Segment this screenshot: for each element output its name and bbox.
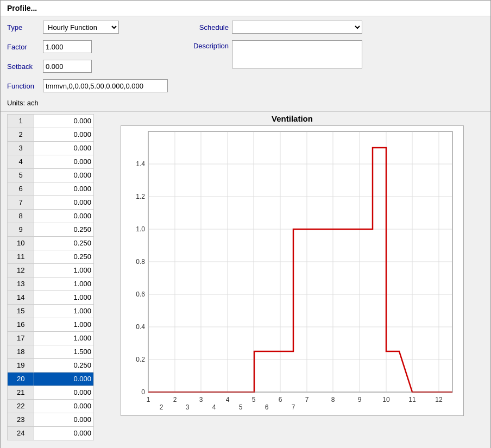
table-row[interactable]: 171.000 xyxy=(8,332,94,345)
svg-text:10: 10 xyxy=(382,396,390,403)
content-area: 10.00020.00030.00040.00050.00060.00070.0… xyxy=(1,114,490,447)
hour-value: 0.000 xyxy=(34,196,94,210)
svg-text:1.4: 1.4 xyxy=(136,160,145,168)
hour-value: 1.500 xyxy=(34,345,94,359)
hour-number: 22 xyxy=(8,400,34,413)
table-row[interactable]: 60.000 xyxy=(8,182,94,196)
function-input[interactable] xyxy=(43,79,168,92)
table-row[interactable]: 161.000 xyxy=(8,318,94,332)
table-row[interactable]: 220.000 xyxy=(8,400,94,413)
setback-label: Setback xyxy=(7,62,40,71)
ventilation-chart: 0 0.2 0.4 0.6 0.8 xyxy=(121,126,463,414)
hour-number: 16 xyxy=(8,318,34,332)
setback-row: Setback xyxy=(7,60,168,73)
table-row[interactable]: 20.000 xyxy=(8,128,94,142)
table-row[interactable]: 70.000 xyxy=(8,196,94,210)
table-row[interactable]: 181.500 xyxy=(8,345,94,359)
svg-text:1.2: 1.2 xyxy=(136,193,145,200)
table-row[interactable]: 151.000 xyxy=(8,305,94,318)
table-row[interactable]: 80.000 xyxy=(8,210,94,223)
table-row[interactable]: 30.000 xyxy=(8,142,94,155)
chart-title: Ventilation xyxy=(272,114,313,123)
hour-value: 0.000 xyxy=(34,386,94,400)
svg-text:4: 4 xyxy=(212,403,216,411)
main-window: Profile... Type Hourly Function Schedule… xyxy=(0,0,491,448)
hour-table: 10.00020.00030.00040.00050.00060.00070.0… xyxy=(7,114,94,440)
hour-number: 11 xyxy=(8,250,34,264)
svg-text:3: 3 xyxy=(199,396,203,403)
title-bar: Profile... xyxy=(1,1,490,16)
chart-area: Ventilation 0 0.2 xyxy=(100,114,484,440)
table-row[interactable]: 40.000 xyxy=(8,155,94,169)
hour-value: 0.000 xyxy=(34,427,94,440)
hour-number: 12 xyxy=(8,264,34,277)
factor-input[interactable] xyxy=(43,40,92,53)
svg-text:2: 2 xyxy=(173,396,177,403)
hour-value: 0.000 xyxy=(34,128,94,142)
schedule-row: Schedule xyxy=(185,21,362,34)
table-row[interactable]: 200.000 xyxy=(8,373,94,386)
table-row[interactable]: 210.000 xyxy=(8,386,94,400)
hour-value: 0.250 xyxy=(34,223,94,237)
factor-row: Factor xyxy=(7,40,168,53)
schedule-desc-section: Schedule Description xyxy=(185,21,362,72)
type-select[interactable]: Hourly Function Schedule Constant xyxy=(43,21,119,34)
hour-number: 10 xyxy=(8,237,34,250)
table-row[interactable]: 110.250 xyxy=(8,250,94,264)
svg-text:6: 6 xyxy=(265,403,269,411)
hour-value: 0.000 xyxy=(34,400,94,413)
table-row[interactable]: 90.250 xyxy=(8,223,94,237)
setback-input[interactable] xyxy=(43,60,92,73)
table-row[interactable]: 50.000 xyxy=(8,169,94,182)
svg-text:0.2: 0.2 xyxy=(136,356,145,363)
table-row[interactable]: 240.000 xyxy=(8,427,94,440)
hour-number: 7 xyxy=(8,196,34,210)
description-input[interactable] xyxy=(232,40,362,68)
svg-text:1: 1 xyxy=(147,396,150,403)
hour-value: 0.000 xyxy=(34,115,94,128)
hour-value: 0.000 xyxy=(34,169,94,182)
type-row: Type Hourly Function Schedule Constant xyxy=(7,21,168,34)
type-section: Type Hourly Function Schedule Constant F… xyxy=(7,21,168,96)
hour-number: 5 xyxy=(8,169,34,182)
hour-number: 15 xyxy=(8,305,34,318)
hour-value: 0.000 xyxy=(34,210,94,223)
hour-number: 3 xyxy=(8,142,34,155)
table-row[interactable]: 141.000 xyxy=(8,291,94,305)
hour-value: 0.000 xyxy=(34,373,94,386)
svg-text:3: 3 xyxy=(186,403,190,411)
table-row[interactable]: 190.250 xyxy=(8,359,94,373)
hour-value: 0.000 xyxy=(34,182,94,196)
table-row[interactable]: 131.000 xyxy=(8,277,94,291)
hour-value: 1.000 xyxy=(34,332,94,345)
svg-text:0.4: 0.4 xyxy=(136,323,145,331)
hour-number: 2 xyxy=(8,128,34,142)
table-row[interactable]: 10.000 xyxy=(8,115,94,128)
chart-container: 0 0.2 0.4 0.6 0.8 xyxy=(121,125,464,416)
hour-number: 19 xyxy=(8,359,34,373)
hour-value: 0.250 xyxy=(34,237,94,250)
hour-value: 0.000 xyxy=(34,413,94,427)
function-row: Function xyxy=(7,79,168,92)
hour-value: 1.000 xyxy=(34,291,94,305)
schedule-label: Schedule xyxy=(185,23,229,31)
hour-value: 0.000 xyxy=(34,155,94,169)
hour-number: 24 xyxy=(8,427,34,440)
hour-number: 23 xyxy=(8,413,34,427)
type-label: Type xyxy=(7,23,40,31)
table-row[interactable]: 230.000 xyxy=(8,413,94,427)
hour-number: 14 xyxy=(8,291,34,305)
schedule-select[interactable] xyxy=(232,21,362,34)
hour-value: 0.250 xyxy=(34,359,94,373)
table-row[interactable]: 121.000 xyxy=(8,264,94,277)
hour-value: 0.000 xyxy=(34,142,94,155)
svg-text:5: 5 xyxy=(239,403,243,411)
svg-text:0.6: 0.6 xyxy=(136,291,145,298)
svg-text:2: 2 xyxy=(160,403,163,411)
hour-number: 6 xyxy=(8,182,34,196)
hour-number: 13 xyxy=(8,277,34,291)
svg-text:4: 4 xyxy=(226,396,230,403)
svg-text:6: 6 xyxy=(279,396,282,403)
table-row[interactable]: 100.250 xyxy=(8,237,94,250)
hour-number: 1 xyxy=(8,115,34,128)
